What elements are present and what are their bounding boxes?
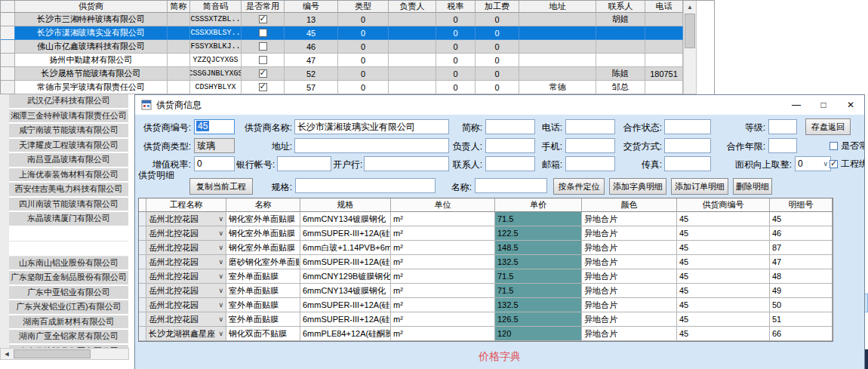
cell-price[interactable]: 126.5	[495, 312, 582, 327]
cell-detail_no[interactable]: 45	[770, 212, 833, 226]
chevron-down-icon[interactable]: ∨	[218, 229, 223, 237]
cell-name[interactable]: 磨砂钢化室外单面贴膜	[226, 255, 300, 269]
cell-spec[interactable]: 6mmSUPER-III+12A(硅...	[300, 255, 391, 269]
project-combobox[interactable]: 岳州北控花园∨	[146, 298, 226, 312]
cell-supplier_no[interactable]: 45	[677, 327, 770, 341]
cell-supplier[interactable]: 佛山市亿鑫玻璃科技有限公司	[15, 40, 168, 54]
supplier-no-input[interactable]: 45	[194, 119, 235, 134]
cell-type[interactable]: 0	[338, 54, 389, 67]
cell-abbr[interactable]	[168, 13, 190, 26]
cell-spec[interactable]: 6mmCNY134镀膜钢化	[300, 284, 391, 298]
cell-address[interactable]: 常德	[519, 81, 596, 94]
cell-type[interactable]: 0	[338, 67, 389, 81]
supplier-row[interactable]: 佛山市亿鑫玻璃科技有限公司FSSYXBLKJ..46000	[0, 40, 683, 54]
cell-process_fee[interactable]: 0	[476, 81, 519, 94]
supplier-list-item[interactable]: 天津耀皮工程玻璃有限公司	[9, 139, 128, 154]
cell-unit[interactable]: m²	[391, 226, 495, 241]
cell-abbr[interactable]	[168, 54, 190, 67]
project-combobox[interactable]: 岳州北控花园∨	[146, 212, 226, 226]
chevron-down-icon[interactable]: ∨	[218, 258, 223, 266]
cell-color[interactable]: 异地合片	[582, 226, 677, 241]
common-use-cell[interactable]	[242, 40, 285, 54]
cell-address[interactable]	[519, 13, 596, 26]
cell-process_fee[interactable]: 0	[476, 40, 519, 54]
cell-price[interactable]: 71.5	[495, 212, 582, 226]
common-use-cell[interactable]	[242, 26, 285, 40]
chevron-down-icon[interactable]: ∨	[218, 244, 223, 251]
cell-spec[interactable]: 6mm白玻+1.14PVB+6mm...	[300, 241, 391, 255]
supplier-list-item[interactable]: 四川南玻节能玻璃有限公司	[9, 198, 128, 213]
cell-color[interactable]: 异地合片	[582, 327, 677, 341]
add-order-detail-button[interactable]: 添加订单明细	[671, 178, 728, 195]
supplier-list-empty-row[interactable]	[9, 241, 128, 257]
cell-name[interactable]: 室外单面贴膜	[226, 284, 300, 298]
delete-detail-button[interactable]: 删除明细	[733, 178, 772, 195]
column-header[interactable]: 单价	[495, 198, 582, 212]
column-header[interactable]: 规格	[300, 198, 391, 212]
cell-process_fee[interactable]: 0	[476, 26, 519, 40]
cell-code[interactable]: CSSGJNBLYXGS	[190, 67, 242, 81]
cell-contact[interactable]	[596, 26, 645, 40]
detail-row[interactable]: 岳州北控花园∨钢化室外单面贴膜6mmSUPER-III+12A(硅...m²12…	[139, 226, 833, 241]
cell-supplier_no[interactable]: 45	[677, 284, 770, 298]
supplier-list-item[interactable]: 西安佳吉美电力科技有限公司	[9, 183, 128, 198]
vertical-scrollbar[interactable]: ▲	[683, 0, 697, 94]
cell-tax_rate[interactable]: 0	[436, 13, 476, 26]
cell-name[interactable]: 钢化室外单面贴膜	[226, 212, 300, 226]
cell-price[interactable]: 122.5	[495, 226, 582, 241]
detail-row[interactable]: 岳州北控花园∨钢化室外单面贴膜6mmCNY134镀膜钢化m²71.5异地合片45…	[139, 212, 833, 226]
supplier-type-input[interactable]	[194, 138, 235, 153]
chevron-down-icon[interactable]: ∨	[218, 330, 223, 337]
column-header[interactable]: 明细号	[770, 198, 833, 212]
mobile-input[interactable]	[565, 138, 615, 153]
cell-address[interactable]	[519, 67, 596, 81]
cell-phone[interactable]	[645, 13, 683, 26]
supplier-list-item[interactable]: 东晶玻璃厦门有限公司	[9, 212, 128, 227]
cell-name[interactable]: 钢化双面不贴膜	[226, 327, 300, 341]
manager-input[interactable]	[485, 138, 535, 153]
cell-process_fee[interactable]: 0	[476, 13, 519, 26]
column-header[interactable]: 地址	[519, 0, 596, 13]
cell-supplier[interactable]: 扬州中勤建材有限公司	[15, 54, 168, 67]
project-combobox[interactable]: 长沙龙湖祺鑫星座∨	[146, 327, 226, 341]
cell-number[interactable]: 46	[285, 40, 338, 54]
cell-spec[interactable]: 6mmSUPER-III+12A(硅...	[300, 312, 391, 327]
fax-input[interactable]	[664, 156, 711, 171]
cell-manager[interactable]	[389, 13, 436, 26]
cell-phone[interactable]	[645, 81, 683, 94]
cell-detail_no[interactable]: 87	[770, 241, 833, 255]
cell-name[interactable]: 钢化室外单面贴膜	[226, 226, 300, 241]
cell-unit[interactable]: m²	[391, 327, 495, 341]
supplier-list-item[interactable]: 广东中亚铝业有限公司	[9, 286, 128, 301]
project-combobox[interactable]: 岳州北控花园∨	[146, 226, 226, 241]
supplier-list-empty-row[interactable]	[9, 227, 128, 242]
cell-price[interactable]: 71.5	[495, 284, 582, 298]
dialog-titlebar[interactable]: 供货商信息 — □ ✕	[135, 95, 864, 115]
supplier-row[interactable]: 长沙市潇湘玻璃实业有限公司CSSXXBLSY..45000	[0, 26, 683, 40]
checkbox-icon[interactable]	[259, 56, 267, 64]
cell-supplier[interactable]: 长沙市三湘特种玻璃有限公司	[15, 13, 168, 26]
supplier-list-item[interactable]: 广东兴发铝业(江西)有限公司	[9, 300, 128, 315]
chevron-down-icon[interactable]: ∨	[218, 301, 223, 309]
column-header[interactable]: 颜色	[582, 198, 677, 212]
cell-name[interactable]: 钢化室外单面贴膜	[226, 241, 300, 255]
detail-row[interactable]: 岳州北控花园∨室外单面贴膜6mmSUPER-III+12A(硅...m²126.…	[139, 312, 833, 327]
cell-address[interactable]	[519, 40, 596, 54]
cell-contact[interactable]: 邹总	[596, 81, 645, 94]
cell-manager[interactable]	[389, 40, 436, 54]
cell-code[interactable]: YZZQJCYXGS	[190, 54, 242, 67]
cell-code[interactable]: CDSHYBLYX	[190, 81, 242, 94]
cell-unit[interactable]: m²	[391, 298, 495, 312]
cell-spec[interactable]: 6mmSUPER-III+12A(硅...	[300, 298, 391, 312]
checkbox-icon[interactable]	[259, 83, 267, 91]
cell-supplier_no[interactable]: 45	[677, 241, 770, 255]
abbr-input[interactable]	[485, 119, 535, 134]
cell-unit[interactable]: m²	[391, 241, 495, 255]
cell-number[interactable]: 13	[285, 13, 338, 26]
cell-abbr[interactable]	[168, 81, 190, 94]
detail-row[interactable]: 长沙龙湖祺鑫星座∨钢化双面不贴膜6mmPLE84+12A(硅酮胶...m²120…	[139, 327, 833, 341]
cell-number[interactable]: 47	[285, 54, 338, 67]
cell-detail_no[interactable]: 47	[770, 255, 833, 269]
supplier-name-input[interactable]	[294, 119, 449, 134]
cell-tax_rate[interactable]: 0	[436, 40, 476, 54]
